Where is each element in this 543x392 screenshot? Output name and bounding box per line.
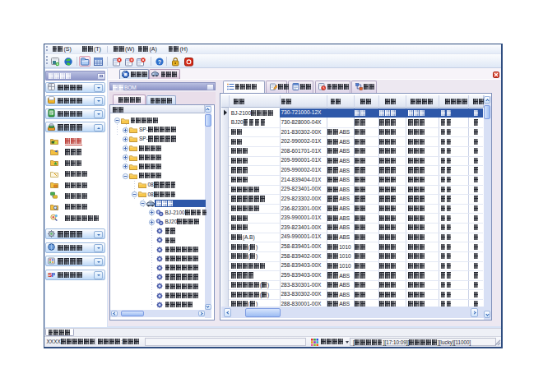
- svg-text:?: ?: [157, 59, 160, 65]
- svg-text:P: P: [51, 271, 55, 279]
